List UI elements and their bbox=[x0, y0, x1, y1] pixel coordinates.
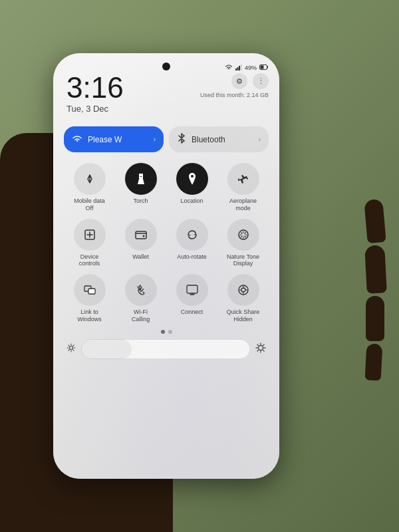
svg-point-19 bbox=[70, 346, 73, 350]
grid-row-3: Link toWindows Wi-FiCalling bbox=[64, 274, 269, 323]
svg-rect-15 bbox=[88, 289, 95, 294]
fingers bbox=[366, 200, 386, 383]
camera-hole bbox=[162, 63, 170, 70]
control-panel: Please W › Bluetooth › bbox=[64, 126, 269, 359]
brightness-min-icon bbox=[66, 343, 76, 354]
device-controls-toggle[interactable]: Devicecontrols bbox=[68, 219, 111, 268]
wifi-calling-icon bbox=[125, 274, 157, 306]
phone-body: 49% 3:16 Tue, 3 Dec bbox=[53, 53, 279, 479]
link-windows-label: Link toWindows bbox=[77, 309, 102, 323]
brightness-row bbox=[64, 339, 269, 359]
bluetooth-toggle[interactable]: Bluetooth › bbox=[169, 126, 269, 152]
battery-icon bbox=[259, 65, 269, 71]
quick-share-toggle[interactable]: Quick ShareHidden bbox=[222, 274, 265, 323]
link-windows-icon bbox=[74, 274, 106, 306]
brightness-fill bbox=[81, 339, 132, 359]
svg-rect-0 bbox=[235, 68, 237, 70]
brightness-slider[interactable] bbox=[81, 339, 250, 359]
finger-1 bbox=[364, 199, 386, 243]
bluetooth-label: Bluetooth bbox=[192, 135, 253, 144]
mobile-data-icon bbox=[74, 163, 106, 195]
svg-point-12 bbox=[142, 235, 144, 237]
phone-screen: 49% 3:16 Tue, 3 Dec bbox=[53, 53, 279, 479]
device-controls-label: Devicecontrols bbox=[79, 253, 100, 268]
page-dot-1 bbox=[161, 330, 165, 334]
nature-tone-icon bbox=[227, 219, 259, 251]
link-windows-toggle[interactable]: Link toWindows bbox=[68, 274, 111, 323]
time-area: 3:16 Tue, 3 Dec bbox=[66, 73, 124, 114]
svg-rect-8 bbox=[140, 176, 142, 177]
connect-icon bbox=[176, 274, 208, 306]
signal-icon bbox=[235, 64, 242, 72]
svg-rect-16 bbox=[187, 285, 198, 293]
wallet-icon bbox=[125, 219, 157, 251]
wifi-label: Please W bbox=[88, 135, 148, 144]
svg-rect-6 bbox=[267, 66, 269, 68]
connect-toggle[interactable]: Connect bbox=[171, 274, 213, 323]
brightness-max-icon bbox=[255, 342, 266, 355]
svg-point-9 bbox=[191, 175, 194, 178]
svg-rect-2 bbox=[239, 66, 240, 70]
grid-row-1: Mobile dataOff Torch bbox=[64, 163, 269, 212]
wifi-arrow: › bbox=[154, 136, 156, 143]
wifi-toggle[interactable]: Please W › bbox=[64, 126, 164, 152]
location-label: Location bbox=[180, 198, 203, 205]
svg-rect-1 bbox=[237, 67, 238, 70]
finger-4 bbox=[365, 343, 383, 380]
wifi-calling-label: Wi-FiCalling bbox=[132, 309, 150, 323]
aeroplane-toggle[interactable]: Aeroplanemode bbox=[222, 163, 265, 212]
torch-toggle[interactable]: Torch bbox=[120, 163, 162, 212]
finger-2 bbox=[364, 245, 387, 293]
auto-rotate-toggle[interactable]: Auto-rotate bbox=[171, 219, 213, 268]
mobile-data-toggle[interactable]: Mobile dataOff bbox=[68, 163, 111, 212]
status-icons: 49% bbox=[225, 64, 269, 72]
page-dot-2 bbox=[168, 330, 172, 334]
bluetooth-icon bbox=[177, 133, 186, 146]
time-display: 3:16 bbox=[66, 73, 124, 102]
wifi-icon bbox=[72, 134, 82, 145]
location-icon bbox=[176, 163, 208, 195]
auto-rotate-label: Auto-rotate bbox=[177, 253, 207, 261]
quick-share-icon bbox=[227, 274, 259, 306]
aeroplane-label: Aeroplanemode bbox=[229, 198, 257, 212]
more-icon-btn[interactable]: ⋮ bbox=[253, 73, 269, 89]
location-toggle[interactable]: Location bbox=[171, 163, 213, 212]
torch-icon bbox=[125, 163, 157, 195]
device-controls-icon bbox=[74, 219, 106, 251]
top-icon-row: ⚙ ⋮ bbox=[231, 73, 269, 89]
svg-point-18 bbox=[241, 288, 245, 292]
top-right-controls: ⚙ ⋮ Used this month: 2.14 GB bbox=[200, 73, 269, 98]
settings-icon-btn[interactable]: ⚙ bbox=[231, 73, 247, 89]
quick-share-label: Quick ShareHidden bbox=[227, 309, 260, 323]
grid-row-2: Devicecontrols Wallet bbox=[64, 219, 269, 268]
finger-3 bbox=[366, 296, 384, 341]
bluetooth-arrow: › bbox=[259, 136, 261, 143]
wallet-toggle[interactable]: Wallet bbox=[120, 219, 162, 268]
auto-rotate-icon bbox=[176, 219, 208, 251]
mobile-data-label: Mobile dataOff bbox=[74, 198, 105, 212]
battery-percentage: 49% bbox=[245, 65, 257, 71]
date-display: Tue, 3 Dec bbox=[66, 104, 124, 114]
nature-tone-toggle[interactable]: Nature ToneDisplay bbox=[222, 219, 265, 268]
page-dots bbox=[64, 330, 269, 334]
svg-point-20 bbox=[259, 346, 263, 350]
svg-rect-3 bbox=[240, 65, 241, 70]
data-usage-text: Used this month: 2.14 GB bbox=[200, 92, 269, 98]
wallet-label: Wallet bbox=[132, 253, 149, 261]
torch-label: Torch bbox=[133, 198, 148, 205]
quick-toggle-row: Please W › Bluetooth › bbox=[64, 126, 269, 152]
connect-label: Connect bbox=[181, 309, 203, 316]
scene: 49% 3:16 Tue, 3 Dec bbox=[0, 0, 399, 532]
svg-rect-11 bbox=[136, 231, 146, 239]
nature-tone-label: Nature ToneDisplay bbox=[227, 253, 259, 268]
wifi-calling-toggle[interactable]: Wi-FiCalling bbox=[120, 274, 162, 323]
svg-rect-5 bbox=[261, 66, 264, 69]
aeroplane-icon bbox=[227, 163, 259, 195]
wifi-status-icon bbox=[225, 64, 233, 72]
